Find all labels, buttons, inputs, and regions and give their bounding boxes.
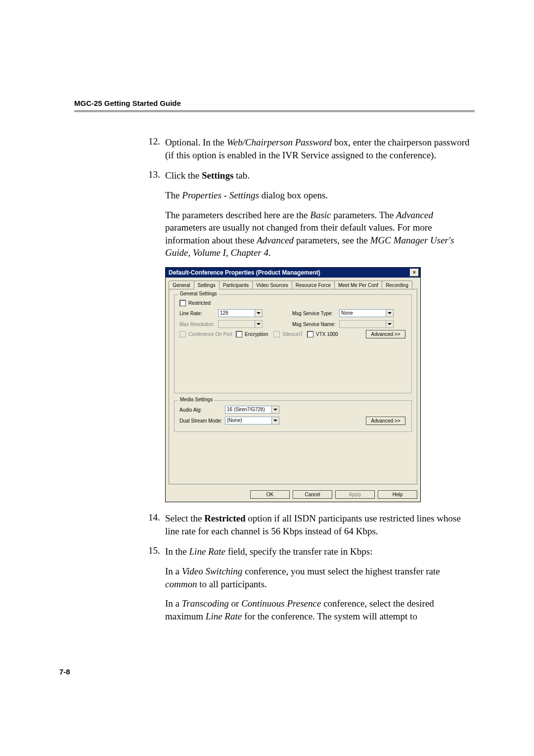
row-line-rate: Line Rate: 128 Msg Service Type: None (179, 309, 406, 317)
tab-settings[interactable]: Settings (194, 281, 220, 289)
tab-resource-force[interactable]: Resource Force (292, 281, 335, 289)
step-13: 13. Click the Settings tab. The Properti… (148, 169, 470, 259)
step-number: 12. (148, 136, 165, 161)
step-15-p3: In a Transcoding or Continuous Presence … (165, 597, 470, 622)
cancel-button[interactable]: Cancel (293, 490, 332, 499)
step-15: 15. In the Line Rate field, specify the … (148, 545, 470, 622)
help-button[interactable]: Help (378, 490, 417, 499)
step-number: 14. (148, 512, 165, 537)
tab-recording[interactable]: Recording (382, 281, 412, 289)
tab-general[interactable]: General (169, 281, 194, 289)
step-13-p2: The Properties - Settings dialog box ope… (165, 189, 470, 202)
silenceit-label: SilenceIT (282, 331, 307, 337)
tab-video-sources[interactable]: Video Sources (252, 281, 292, 289)
row-flags: Conference On Port Encryption SilenceIT … (179, 331, 406, 337)
chevron-down-icon (386, 321, 393, 328)
chevron-down-icon (386, 310, 393, 317)
chevron-down-icon (255, 310, 262, 317)
restricted-checkbox[interactable] (179, 300, 186, 306)
content: 12. Optional. In the Web/Chairperson Pas… (148, 136, 470, 623)
group-title: General Settings (178, 291, 219, 296)
dual-stream-select[interactable]: (None) (225, 417, 279, 425)
step-12: 12. Optional. In the Web/Chairperson Pas… (148, 136, 470, 161)
msg-type-label: Msg Service Type: (292, 311, 339, 316)
media-settings-group: Media Settings Audio Alg: 16 (Siren7/G72… (174, 400, 412, 432)
advanced-button[interactable]: Advanced >> (366, 330, 405, 338)
page-number: 7-8 (59, 667, 475, 676)
vtx1000-checkbox[interactable] (307, 331, 313, 337)
step-12-p1: Optional. In the Web/Chairperson Passwor… (165, 136, 470, 161)
audio-alg-label: Audio Alg: (179, 407, 225, 413)
chevron-down-icon (271, 406, 279, 413)
row-audio-alg: Audio Alg: 16 (Siren7/G728) (179, 406, 406, 414)
chevron-down-icon (255, 321, 262, 328)
conf-on-port-checkbox (179, 331, 186, 337)
conf-on-port-label: Conference On Port (188, 331, 236, 337)
step-14-p1: Select the Restricted option if all ISDN… (165, 512, 470, 537)
tab-meet-me[interactable]: Meet Me Per Conf (334, 281, 382, 289)
dialog-buttons: OK Cancel Apply Help (166, 487, 420, 502)
step-14: 14. Select the Restricted option if all … (148, 512, 470, 537)
row-max-res: Max Resolution: Msg Service Name: (179, 320, 406, 328)
group-title: Media Settings (178, 397, 214, 402)
encryption-label: Encryption (245, 331, 273, 337)
dialog-titlebar: Default-Conference Properties (Product M… (166, 268, 420, 278)
max-resolution-label: Max Resolution: (179, 322, 218, 327)
max-resolution-select (218, 320, 263, 328)
dialog-title: Default-Conference Properties (Product M… (169, 269, 320, 276)
dual-stream-label: Dual Stream Mode: (179, 418, 225, 424)
page-header: MGC-25 Getting Started Guide (74, 99, 475, 107)
tab-participants[interactable]: Participants (219, 281, 253, 289)
step-number: 13. (148, 169, 165, 259)
step-13-p3: The parameters described here are the Ba… (165, 209, 470, 260)
chevron-down-icon (271, 417, 279, 424)
header-rule (74, 110, 475, 112)
row-dual-stream: Dual Stream Mode: (None) Advanced >> (179, 417, 406, 425)
line-rate-label: Line Rate: (179, 311, 218, 316)
silenceit-checkbox (273, 331, 280, 337)
msg-type-select[interactable]: None (339, 309, 394, 317)
msg-name-label: Msg Service Name: (292, 322, 339, 327)
msg-name-select (339, 320, 394, 328)
advanced-button[interactable]: Advanced >> (366, 417, 405, 425)
dialog-screenshot: Default-Conference Properties (Product M… (165, 267, 421, 502)
dialog-tabs: General Settings Participants Video Sour… (166, 278, 420, 289)
line-rate-select[interactable]: 128 (218, 309, 263, 317)
step-number: 15. (148, 545, 165, 622)
general-settings-group: General Settings Restricted Line Rate: 1… (174, 294, 412, 393)
row-restricted: Restricted (179, 300, 406, 306)
restricted-label: Restricted (188, 300, 211, 306)
dialog-body: General Settings Restricted Line Rate: 1… (169, 289, 417, 484)
ok-button[interactable]: OK (250, 490, 290, 499)
vtx1000-label: VTX 1000 (316, 331, 338, 337)
close-icon[interactable]: × (410, 269, 419, 277)
step-13-p1: Click the Settings tab. (165, 169, 470, 182)
step-15-p2: In a Video Switching conference, you mus… (165, 565, 470, 590)
encryption-checkbox[interactable] (236, 331, 242, 337)
audio-alg-select[interactable]: 16 (Siren7/G728) (225, 406, 279, 414)
apply-button: Apply (335, 490, 375, 499)
step-15-p1: In the Line Rate field, specify the tran… (165, 545, 470, 558)
